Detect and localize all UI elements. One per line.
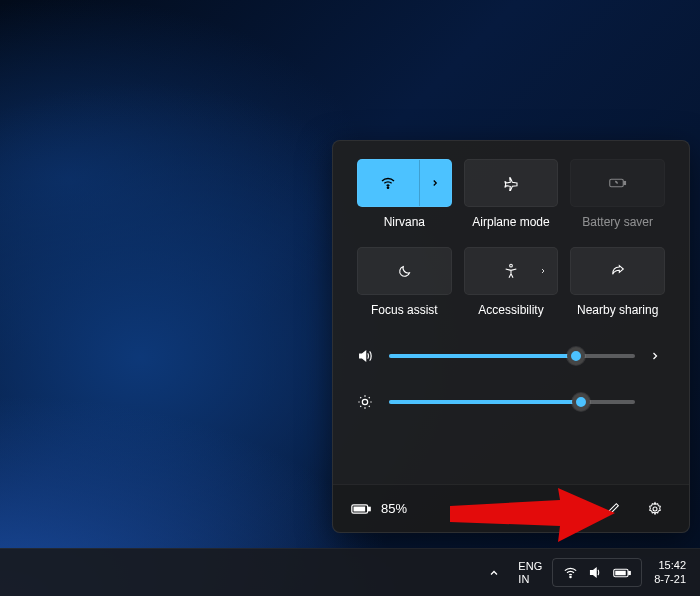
airplane-icon xyxy=(503,175,519,191)
speaker-icon xyxy=(357,348,375,364)
airplane-mode-label: Airplane mode xyxy=(464,215,559,229)
brightness-slider[interactable] xyxy=(389,400,635,404)
share-icon xyxy=(610,263,626,279)
moon-icon xyxy=(397,264,412,279)
svg-rect-13 xyxy=(629,571,631,574)
battery-saver-label: Battery saver xyxy=(570,215,665,229)
wifi-tray-icon xyxy=(563,565,578,580)
date-text: 8-7-21 xyxy=(654,573,686,586)
sun-icon xyxy=(357,394,375,410)
battery-icon xyxy=(351,503,371,515)
battery-saver-toggle xyxy=(570,159,665,207)
svg-point-8 xyxy=(653,507,657,511)
accessibility-label: Accessibility xyxy=(464,303,559,317)
focus-assist-toggle[interactable] xyxy=(357,247,452,295)
battery-tray-icon xyxy=(613,567,631,579)
nearby-sharing-toggle[interactable] xyxy=(570,247,665,295)
accessibility-toggle[interactable] xyxy=(464,247,559,295)
lang-secondary: IN xyxy=(518,573,529,585)
lang-primary: ENG xyxy=(518,560,542,572)
wifi-icon xyxy=(380,175,396,191)
svg-rect-2 xyxy=(624,182,626,185)
quick-settings-panel: Nirvana Airplane mode Battery saver xyxy=(332,140,690,533)
svg-point-0 xyxy=(388,187,389,188)
volume-tray-icon xyxy=(588,565,603,580)
language-switcher[interactable]: ENG IN xyxy=(510,556,550,588)
svg-point-10 xyxy=(570,576,571,577)
volume-slider[interactable] xyxy=(389,354,635,358)
tray-overflow-button[interactable] xyxy=(480,561,508,585)
tiles-grid: Nirvana Airplane mode Battery saver xyxy=(333,141,689,328)
svg-rect-7 xyxy=(369,507,371,510)
battery-percent: 85% xyxy=(381,501,407,516)
svg-rect-12 xyxy=(615,570,626,575)
wifi-label: Nirvana xyxy=(357,215,452,229)
taskbar: ENG IN 15:42 8-7-21 xyxy=(0,548,700,596)
volume-output-button[interactable] xyxy=(649,350,665,362)
wifi-toggle[interactable] xyxy=(357,159,452,207)
svg-point-4 xyxy=(362,399,367,404)
settings-button[interactable] xyxy=(639,493,671,525)
chevron-right-icon xyxy=(539,267,547,275)
system-tray-cluster[interactable] xyxy=(552,558,642,587)
brightness-slider-row xyxy=(357,394,665,410)
volume-slider-row xyxy=(357,348,665,364)
focus-assist-label: Focus assist xyxy=(357,303,452,317)
nearby-sharing-label: Nearby sharing xyxy=(570,303,665,317)
airplane-mode-toggle[interactable] xyxy=(464,159,559,207)
clock[interactable]: 15:42 8-7-21 xyxy=(644,555,696,589)
battery-leaf-icon xyxy=(609,176,627,190)
edit-quick-settings-button[interactable] xyxy=(597,493,629,525)
time-text: 15:42 xyxy=(658,559,686,572)
accessibility-icon xyxy=(503,263,519,279)
quick-settings-footer: 85% xyxy=(333,484,689,532)
svg-point-3 xyxy=(510,265,513,268)
svg-rect-6 xyxy=(354,506,366,511)
wifi-expand-button[interactable] xyxy=(419,160,451,206)
